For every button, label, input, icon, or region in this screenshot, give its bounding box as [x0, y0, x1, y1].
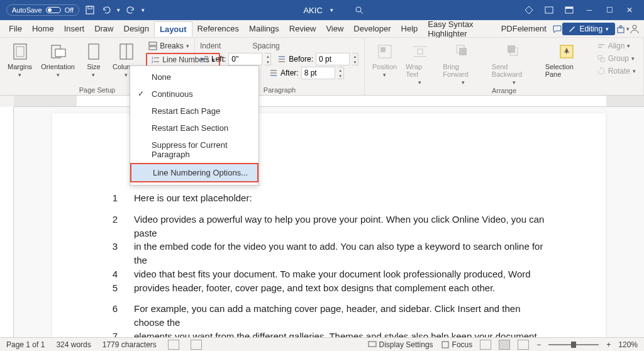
autosave-label: AutoSave [12, 6, 42, 14]
editing-label: Editing [579, 25, 602, 33]
line-text[interactable]: For example, you can add a matching cove… [134, 302, 549, 330]
maximize-icon[interactable]: ☐ [604, 4, 615, 16]
svg-rect-45 [369, 342, 376, 347]
dd-none[interactable]: None [130, 69, 258, 86]
horizontal-ruler[interactable] [0, 96, 644, 107]
text-line: 1Here is our text placeholder: [109, 191, 549, 205]
toggle-off-icon [46, 7, 61, 13]
display-settings-icon[interactable]: Display Settings [368, 340, 433, 349]
group-arrange: Position▾ Wrap Text▾ Bring Forward▾ Send… [365, 38, 644, 95]
char-count[interactable]: 1779 characters [103, 340, 157, 349]
page-status[interactable]: Page 1 of 1 [6, 340, 45, 349]
dd-options[interactable]: Line Numbering Options... [130, 163, 258, 182]
selection-pane-button[interactable]: Selection Pane [543, 40, 591, 79]
svg-rect-38 [508, 45, 515, 53]
line-text[interactable]: provides header, footer, cover page, and… [134, 281, 549, 295]
zoom-in-icon[interactable]: + [606, 340, 611, 349]
selection-label: Selection Pane [545, 63, 588, 78]
search-icon[interactable] [353, 4, 365, 16]
spellcheck-icon[interactable] [168, 340, 179, 350]
line-text[interactable]: elements you want from the different gal… [134, 330, 549, 337]
word-count[interactable]: 324 words [56, 340, 91, 349]
chevron-down-icon[interactable]: ▾ [330, 7, 333, 13]
user-icon[interactable] [630, 21, 640, 36]
tab-insert[interactable]: Insert [59, 21, 90, 36]
chevron-down-icon: ▾ [92, 72, 95, 78]
line-numbers-icon: 12 [151, 55, 160, 64]
send-backward-button: Send Backward▾ [489, 40, 539, 87]
spinner[interactable]: ▲▼ [338, 67, 344, 79]
read-mode-icon[interactable] [480, 340, 491, 350]
coming-soon-icon[interactable] [543, 4, 555, 16]
dd-suppress[interactable]: Suppress for Current Paragraph [130, 136, 258, 163]
tab-layout[interactable]: Layout [154, 21, 192, 36]
spacing-after-input[interactable] [301, 67, 335, 79]
line-number: 2 [109, 213, 118, 240]
columns-icon [116, 42, 136, 62]
spinner[interactable]: ▲▼ [352, 53, 358, 65]
svg-text:2: 2 [152, 60, 153, 64]
minimize-icon[interactable]: ─ [584, 4, 595, 16]
line-number: 7 [109, 330, 118, 337]
undo-icon[interactable] [101, 4, 112, 16]
line-text[interactable]: in the embed code for the video you want… [134, 240, 549, 267]
tab-home[interactable]: Home [27, 21, 59, 36]
margins-button[interactable]: Margins ▾ [5, 40, 35, 79]
tab-file[interactable]: File [4, 21, 27, 36]
close-icon[interactable]: ✕ [624, 4, 635, 16]
position-button: Position▾ [370, 40, 399, 79]
autosave-toggle[interactable]: AutoSave Off [6, 4, 79, 16]
save-icon[interactable] [84, 4, 96, 16]
chevron-down-icon[interactable]: ▾ [117, 7, 120, 13]
zoom-out-icon[interactable]: − [536, 340, 541, 349]
svg-rect-10 [16, 47, 24, 57]
svg-rect-16 [149, 42, 157, 45]
comments-icon[interactable] [552, 21, 562, 36]
spinner[interactable]: ▲▼ [265, 53, 271, 65]
size-icon [84, 42, 104, 62]
print-layout-icon[interactable] [499, 340, 510, 350]
dd-restart-section[interactable]: Restart Each Section [130, 120, 258, 136]
svg-rect-0 [86, 6, 94, 14]
share-icon[interactable] [615, 21, 626, 36]
tab-syntax[interactable]: Easy Syntax Highlighter [423, 17, 496, 41]
accessibility-icon[interactable] [191, 340, 202, 350]
orientation-icon [48, 42, 68, 62]
line-text[interactable]: Here is our text placeholder: [134, 191, 549, 205]
bring-forward-button: Bring Forward▾ [440, 40, 486, 87]
tab-references[interactable]: References [192, 21, 244, 36]
rotate-button: Rotate▾ [594, 65, 638, 77]
line-number: 4 [109, 267, 118, 281]
focus-button[interactable]: Focus [441, 340, 473, 349]
orientation-button[interactable]: Orientation ▾ [38, 40, 77, 79]
web-layout-icon[interactable] [518, 340, 529, 350]
tab-draw[interactable]: Draw [89, 21, 118, 36]
zoom-slider[interactable] [548, 344, 599, 345]
indent-left-input[interactable] [228, 53, 262, 65]
dd-continuous[interactable]: Continuous [130, 86, 258, 103]
selection-pane-icon [557, 42, 577, 62]
before-label: Before: [289, 55, 313, 64]
tab-pdf[interactable]: PDFelement [496, 21, 552, 36]
send-backward-icon [504, 42, 524, 62]
zoom-value[interactable]: 120% [618, 340, 638, 349]
line-text[interactable]: Video provides a powerful way to help yo… [134, 213, 549, 240]
tab-review[interactable]: Review [284, 21, 321, 36]
diamond-icon[interactable] [523, 4, 535, 16]
editing-mode-button[interactable]: Editing ▾ [562, 23, 615, 35]
line-text[interactable]: video that best fits your document. To m… [134, 267, 549, 281]
svg-rect-42 [598, 47, 602, 48]
spacing-before-input[interactable] [316, 53, 350, 65]
align-button: Align▾ [594, 40, 638, 52]
ribbon-display-icon[interactable] [564, 4, 575, 16]
tab-mailings[interactable]: Mailings [244, 21, 284, 36]
chevron-down-icon: ▾ [57, 72, 60, 78]
tab-developer[interactable]: Developer [348, 21, 396, 36]
size-button[interactable]: Size ▾ [81, 40, 106, 79]
tab-help[interactable]: Help [396, 21, 423, 36]
redo-icon[interactable] [125, 4, 136, 16]
vertical-ruler[interactable] [0, 107, 14, 337]
tab-design[interactable]: Design [119, 21, 154, 36]
dd-restart-page[interactable]: Restart Each Page [130, 103, 258, 120]
tab-view[interactable]: View [321, 21, 348, 36]
